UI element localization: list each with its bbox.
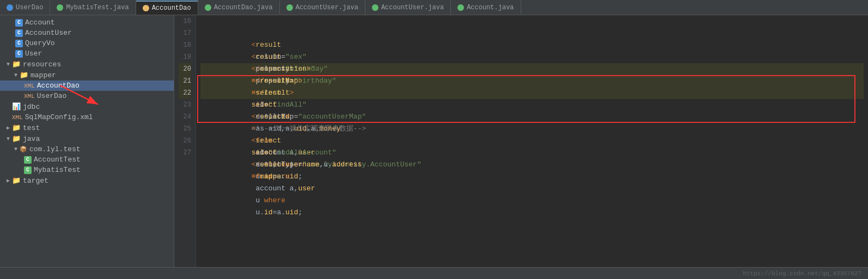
tab-icon-mybatistest [57,4,63,11]
ln-26: 26 [179,135,191,147]
class-icon-accounttest: C [24,156,32,164]
tab-userdao[interactable]: UserDao [0,1,50,15]
jdbc-icon: 📊 [12,102,21,111]
ln-22: 22 [179,87,191,99]
sidebar-item-java[interactable]: ▼ 📁 java [0,133,174,144]
ln-19: 19 [179,51,191,63]
class-icon-account: C [15,19,23,27]
tab-icon-accountdaojava [205,4,211,11]
sidebar-item-accounttest[interactable]: C AccountTest [0,154,174,165]
status-bar: https://blog.csdn.net/qq_43357627 [0,267,868,279]
ln-16: 16 [179,15,191,27]
ln-23: 23 [179,99,191,111]
class-icon-mybatistest: C [24,166,32,174]
code-line-26: </select>| [200,135,864,147]
sidebar-item-test[interactable]: ▶ 📁 test [0,122,174,133]
main-area: C Account C AccountUser C QueryVo C User… [0,15,868,267]
sidebar-label-comlyltest: com.lyl.test [29,145,81,153]
sidebar-item-account[interactable]: C Account [0,17,174,28]
ln-27: 27 [179,147,191,159]
sidebar-label-account: Account [25,18,55,27]
sidebar-label-accountuser: AccountUser [25,29,72,37]
sidebar-label-accountdao-xml: AccountDao [37,82,80,90]
package-icon: 📦 [20,146,27,153]
sidebar-label-jdbc: jdbc [23,103,40,111]
tab-icon-accountuserjava [286,4,293,11]
class-icon-queryvo: C [15,40,23,47]
sidebar-label-userdao-xml: UserDao [37,92,67,100]
xml-icon-userdao: XML [24,93,35,100]
sidebar-item-user[interactable]: C User [0,48,174,59]
tab-label-accountjava: Account.java [467,4,514,11]
sidebar-item-mybatistest[interactable]: C MybatisTest [0,165,174,175]
sidebar-label-sqlmapconfig: SqlMapConfig.xml [25,113,93,121]
xml-icon-sqlmap: XML [12,114,23,121]
tab-label-accountdaojava: AccountDao.java [214,4,273,11]
ln-20: 20 [179,63,191,75]
tab-icon-userdao [7,4,13,11]
sidebar-label-mybatistest: MybatisTest [34,166,81,174]
tab-mybatistest[interactable]: MybatisTest.java [50,1,136,15]
arrow-resources: ▼ [4,61,12,67]
sidebar-item-sqlmapconfig[interactable]: XML SqlMapConfig.xml [0,112,174,122]
sidebar-item-mapper[interactable]: ▼ 📁 mapper [0,70,174,80]
tab-accountuserjava2[interactable]: AccountUser.java [365,1,451,15]
status-url: https://blog.csdn.net/qq_43357627 [743,270,861,277]
code-lines: <result column="sex" property="sex" ></r… [196,15,868,267]
sidebar-label-java: java [23,135,40,143]
folder-icon-java: 📁 [12,134,21,143]
ln-25: 25 [179,123,191,135]
sidebar: C Account C AccountUser C QueryVo C User… [0,15,174,267]
sidebar-label-test: test [23,124,40,132]
sidebar-item-resources[interactable]: ▼ 📁 resources [0,59,174,70]
tab-icon-accountuserjava2 [372,4,378,11]
folder-icon-target: 📁 [12,176,21,185]
ln-21: 21 [179,75,191,87]
arrow-mapper: ▼ [12,72,20,78]
ln-24: 24 [179,111,191,123]
ln-17: 17 [179,27,191,39]
xml-icon-accountdao: XML [24,83,35,89]
class-icon-user: C [15,50,23,58]
code-line-22: </select> [200,87,864,99]
sidebar-item-accountdao-xml[interactable]: XML AccountDao [0,80,174,91]
sidebar-item-accountuser[interactable]: C AccountUser [0,28,174,38]
sidebar-label-mapper: mapper [30,71,56,79]
sidebar-item-queryvo[interactable]: C QueryVo [0,38,174,48]
sidebar-item-comlyltest[interactable]: ▼ 📦 com.lyl.test [0,144,174,154]
class-icon-accountuser: C [15,29,23,37]
tab-accountdaojava[interactable]: AccountDao.java [198,1,280,15]
sidebar-label-queryvo: QueryVo [25,39,55,47]
arrow-target: ▶ [4,177,12,184]
tab-accountdao[interactable]: AccountDao [136,1,198,15]
sidebar-label-target: target [23,177,48,185]
tab-label-mybatistest: MybatisTest.java [66,4,129,11]
ln-18: 18 [179,39,191,51]
sidebar-item-userdao-xml[interactable]: XML UserDao [0,91,174,101]
arrow-java: ▼ [4,136,12,142]
sidebar-label-user: User [25,49,42,58]
folder-icon-resources: 📁 [12,60,21,69]
sidebar-label-resources: resources [23,60,61,69]
sidebar-item-target[interactable]: ▶ 📁 target [0,175,174,186]
tab-bar: UserDao MybatisTest.java AccountDao Acco… [0,0,868,15]
arrow-test: ▶ [4,125,12,131]
line-numbers: 16 17 18 19 20 21 22 23 24 25 26 27 [174,15,196,267]
tab-accountjava[interactable]: Account.java [451,1,521,15]
tab-icon-accountdao [143,5,149,11]
tab-label-accountdao: AccountDao [152,4,191,12]
tab-accountuserjava[interactable]: AccountUser.java [280,1,365,15]
arrow-comlyltest: ▼ [12,146,20,152]
tab-label-userdao: UserDao [16,4,43,11]
folder-icon-test: 📁 [12,123,21,132]
sidebar-label-accounttest: AccountTest [34,156,81,164]
tab-icon-accountjava [457,4,464,11]
tab-label-accountuserjava: AccountUser.java [296,4,358,11]
code-editor[interactable]: 16 17 18 19 20 21 22 23 24 25 26 27 < [174,15,868,267]
tab-label-accountuserjava2: AccountUser.java [381,4,444,11]
sidebar-item-jdbc[interactable]: 📊 jdbc [0,101,174,112]
folder-icon-mapper: 📁 [20,71,28,79]
code-line-16: <result column="sex" property="sex" ></r… [200,15,864,27]
